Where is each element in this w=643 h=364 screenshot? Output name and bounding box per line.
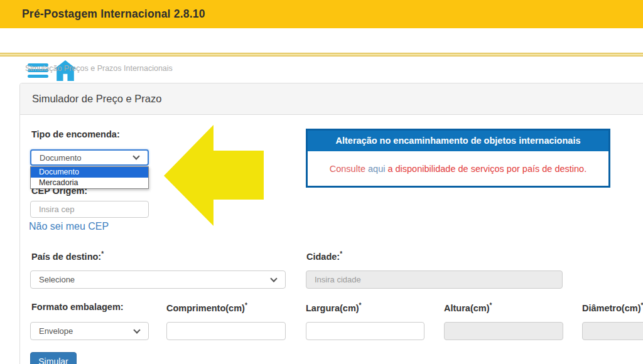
comprimento-label: Comprimento(cm)* — [166, 302, 247, 313]
altura-label: Altura(cm)* — [444, 302, 492, 313]
cep-input[interactable] — [30, 201, 149, 218]
tipo-encomenda-dropdown: Documento Mercadoria — [30, 166, 149, 189]
cidade-label: Cidade:* — [306, 250, 342, 262]
chevron-down-icon — [270, 275, 277, 282]
yellow-divider — [0, 53, 643, 56]
alert-box: Alteração no encaminhamento de objetos i… — [306, 129, 610, 188]
required-asterisk: * — [340, 250, 342, 257]
tipo-encomenda-label-text: Tipo de encomenda: — [31, 129, 120, 139]
chevron-down-icon — [133, 326, 140, 333]
formato-embalagem-label: Formato embalagem: — [31, 302, 124, 312]
app-window: Pré-Postagem Internacional 2.8.10 Simula… — [0, 0, 643, 364]
pais-destino-value: Selecione — [31, 275, 271, 284]
dropdown-option-mercadoria[interactable]: Mercadoria — [31, 178, 148, 188]
required-asterisk: * — [245, 302, 247, 309]
cidade-label-text: Cidade: — [306, 252, 340, 262]
dropdown-option-documento[interactable]: Documento — [31, 167, 148, 178]
formato-embalagem-label-text: Formato embalagem: — [31, 302, 124, 312]
altura-input — [444, 322, 563, 340]
panel-header: Simulador de Preço e Prazo — [20, 83, 643, 115]
formato-embalagem-value: Envelope — [31, 326, 134, 336]
alert-text-suffix: a disponibilidade de serviços por país d… — [387, 164, 586, 174]
comprimento-label-text: Comprimento(cm) — [166, 303, 245, 313]
required-asterisk: * — [101, 250, 104, 257]
diametro-label: Diâmetro(cm)* — [582, 302, 643, 313]
nao-sei-cep-link[interactable]: Não sei meu CEP — [29, 221, 109, 232]
required-asterisk: * — [490, 302, 492, 309]
simular-button[interactable]: Simular — [30, 352, 77, 364]
menu-bar — [28, 75, 48, 78]
breadcrumb: Simulação Preços e Prazos Internacionais — [25, 64, 173, 73]
largura-label-text: Largura(cm) — [306, 303, 359, 313]
required-asterisk: * — [359, 302, 362, 309]
largura-input[interactable] — [306, 322, 424, 340]
formato-embalagem-select[interactable]: Envelope — [30, 322, 149, 340]
tipo-encomenda-label: Tipo de encomenda: — [31, 129, 120, 139]
tipo-encomenda-value: Documento — [31, 153, 134, 163]
pais-destino-select[interactable]: Selecione — [30, 270, 286, 289]
alert-text-prefix: Consulte — [330, 164, 365, 174]
app-header: Pré-Postagem Internacional 2.8.10 — [0, 0, 643, 28]
alert-body: Consulte aqui a disponibilidade de servi… — [308, 151, 608, 186]
altura-label-text: Altura(cm) — [444, 303, 490, 313]
nav-toolbar — [0, 28, 643, 53]
chevron-down-icon — [132, 153, 139, 159]
largura-label: Largura(cm)* — [306, 302, 362, 313]
diametro-label-text: Diâmetro(cm) — [582, 303, 640, 313]
cidade-input — [306, 270, 563, 289]
tipo-encomenda-select[interactable]: Documento — [30, 149, 149, 166]
diametro-input — [582, 322, 643, 340]
alert-aqui-link[interactable]: aqui — [368, 164, 385, 174]
required-asterisk: * — [640, 302, 643, 309]
comprimento-input[interactable] — [166, 322, 286, 340]
alert-title: Alteração no encaminhamento de objetos i… — [308, 131, 608, 151]
panel-title: Simulador de Preço e Prazo — [20, 93, 161, 105]
pais-destino-label: País de destino:* — [31, 250, 104, 262]
pais-destino-label-text: País de destino: — [31, 252, 101, 262]
app-title: Pré-Postagem Internacional 2.8.10 — [0, 8, 205, 21]
